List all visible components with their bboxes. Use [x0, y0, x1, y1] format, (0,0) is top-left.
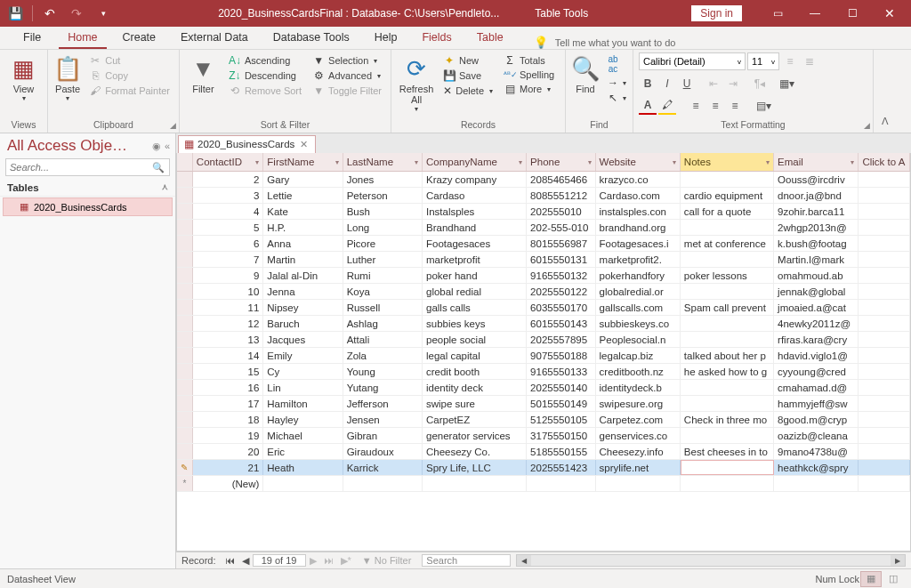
row-selector[interactable]: [177, 172, 193, 187]
refresh-button[interactable]: ⟳ Refresh All ▾: [397, 52, 436, 113]
col-email[interactable]: Email▾: [774, 153, 859, 171]
row-selector[interactable]: ✎: [177, 460, 193, 475]
table-row[interactable]: 3LettiePetersonCardaso8085551212Cardaso.…: [177, 188, 910, 204]
bold-button[interactable]: B: [639, 75, 657, 93]
cell-contactid[interactable]: 12: [193, 316, 263, 331]
row-selector[interactable]: [177, 188, 193, 203]
cell-contactid[interactable]: 20: [193, 444, 263, 459]
cell-lastname[interactable]: Karrick: [343, 460, 423, 475]
scroll-left-icon[interactable]: ◀: [517, 555, 531, 566]
cell-firstname[interactable]: Heath: [263, 460, 343, 475]
undo-icon[interactable]: ↶: [38, 3, 61, 24]
cell-contactid[interactable]: 5: [193, 220, 263, 235]
close-button[interactable]: ✕: [872, 1, 907, 26]
col-companyname[interactable]: CompanyName▾: [423, 153, 527, 171]
first-record-button[interactable]: ⏮: [222, 555, 238, 566]
row-selector[interactable]: [177, 444, 193, 459]
col-website[interactable]: Website▾: [596, 153, 681, 171]
cell-email[interactable]: cyyoung@cred: [774, 364, 859, 379]
dialog-launcher-icon[interactable]: ◢: [864, 121, 870, 130]
table-row[interactable]: 5H.P.LongBrandhand202-555-010brandhand.o…: [177, 220, 910, 236]
cell-extra[interactable]: [859, 460, 910, 475]
cell-phone[interactable]: 6035550170: [527, 300, 595, 315]
cell-email[interactable]: oazizb@cleana: [774, 428, 859, 443]
cell-notes[interactable]: he asked how to g: [681, 364, 774, 379]
cell-firstname[interactable]: Lin: [263, 380, 343, 395]
tab-database-tools[interactable]: Database Tools: [264, 28, 359, 49]
cell-firstname[interactable]: Baruch: [263, 316, 343, 331]
cell-contactid[interactable]: 19: [193, 428, 263, 443]
cell-lastname[interactable]: Zola: [343, 348, 423, 363]
cell-companyname[interactable]: Cardaso: [423, 188, 527, 203]
cell-website[interactable]: instalsples.con: [596, 204, 681, 219]
prev-record-button[interactable]: ◀: [238, 555, 253, 567]
cell-notes[interactable]: [681, 284, 774, 299]
table-row[interactable]: 7MartinLuthermarketprofit6015550131marke…: [177, 252, 910, 268]
cell-email[interactable]: Martin.l@mark: [774, 252, 859, 267]
tell-me-box[interactable]: 💡 Tell me what you want to do: [520, 36, 911, 49]
search-icon[interactable]: 🔍: [148, 162, 169, 173]
cell-email[interactable]: omahmoud.ab: [774, 268, 859, 283]
cell-contactid[interactable]: (New): [193, 476, 263, 491]
dropdown-icon[interactable]: ▾: [519, 158, 522, 166]
horizontal-scrollbar[interactable]: ◀ ▶: [516, 554, 906, 567]
cell-contactid[interactable]: 4: [193, 204, 263, 219]
cell-website[interactable]: Footagesaces.i: [596, 236, 681, 251]
cell-website[interactable]: swipesure.org: [596, 396, 681, 411]
row-selector[interactable]: [177, 380, 193, 395]
minimize-button[interactable]: —: [797, 1, 833, 26]
cell-extra[interactable]: [859, 204, 910, 219]
cell-notes[interactable]: talked about her p: [681, 348, 774, 363]
cell-website[interactable]: globalredial.or: [596, 284, 681, 299]
tab-fields[interactable]: Fields: [413, 28, 460, 49]
cell-contactid[interactable]: 15: [193, 364, 263, 379]
cell-notes[interactable]: [681, 396, 774, 411]
replace-button[interactable]: abac: [603, 53, 630, 75]
cell-extra[interactable]: [859, 380, 910, 395]
indent-left-icon[interactable]: ⇤: [705, 75, 722, 93]
align-right-button[interactable]: ≡: [726, 97, 744, 115]
col-notes[interactable]: Notes▾: [681, 153, 774, 171]
table-row[interactable]: 10JennaKoyaglobal redial2025550122global…: [177, 284, 910, 300]
cell-firstname[interactable]: Jalal al-Din: [263, 268, 343, 283]
col-phone[interactable]: Phone▾: [527, 153, 595, 171]
cell-extra[interactable]: [859, 316, 910, 331]
descending-button[interactable]: Z↓Descending: [225, 68, 305, 83]
cell-firstname[interactable]: Hayley: [263, 412, 343, 427]
text-direction-icon[interactable]: ¶◂: [751, 75, 769, 93]
cell-notes[interactable]: cardio equipment: [681, 188, 774, 203]
cell-companyname[interactable]: people social: [423, 332, 527, 347]
cell-email[interactable]: 4newky2011z@: [774, 316, 859, 331]
table-row[interactable]: 13JacquesAttalipeople social2025557895Pe…: [177, 332, 910, 348]
cell-email[interactable]: hdavid.viglo1@: [774, 348, 859, 363]
cell-companyname[interactable]: subbies keys: [423, 316, 527, 331]
row-selector[interactable]: *: [177, 476, 193, 491]
table-row[interactable]: 9Jalal al-DinRumipoker hand9165550132pok…: [177, 268, 910, 284]
cell-notes[interactable]: poker lessons: [681, 268, 774, 283]
delete-button[interactable]: ✕Delete▾: [439, 84, 496, 98]
dropdown-icon[interactable]: ▾: [415, 158, 418, 166]
customize-qat-icon[interactable]: ▾: [92, 3, 115, 24]
cell-lastname[interactable]: Yutang: [343, 380, 423, 395]
tab-external-data[interactable]: External Data: [172, 28, 257, 49]
new-record-button[interactable]: ▶*: [337, 555, 355, 567]
cell-phone[interactable]: 2025557895: [527, 332, 595, 347]
close-tab-icon[interactable]: ✕: [300, 139, 308, 150]
maximize-button[interactable]: ☐: [834, 1, 870, 26]
cell-lastname[interactable]: Long: [343, 220, 423, 235]
cell-phone[interactable]: 9075550188: [527, 348, 595, 363]
cell-firstname[interactable]: Emily: [263, 348, 343, 363]
table-row[interactable]: 18HayleyJensenCarpetEZ5125550105Carpetez…: [177, 412, 910, 428]
cell-notes[interactable]: Check in three mo: [681, 412, 774, 427]
cell-phone[interactable]: 2085465466: [527, 172, 595, 187]
copy-button[interactable]: ⎘Copy: [85, 68, 173, 83]
toggle-filter-button[interactable]: ▼Toggle Filter: [309, 84, 385, 98]
cell-lastname[interactable]: Jefferson: [343, 396, 423, 411]
row-selector[interactable]: [177, 428, 193, 443]
selection-button[interactable]: ▼Selection▾: [309, 53, 385, 68]
nav-group-tables[interactable]: Tables ⋏: [0, 180, 175, 197]
cell-website[interactable]: subbieskeys.co: [596, 316, 681, 331]
cell-companyname[interactable]: galls calls: [423, 300, 527, 315]
next-record-button[interactable]: ▶: [306, 555, 320, 567]
cell-email[interactable]: 8good.m@cryp: [774, 412, 859, 427]
